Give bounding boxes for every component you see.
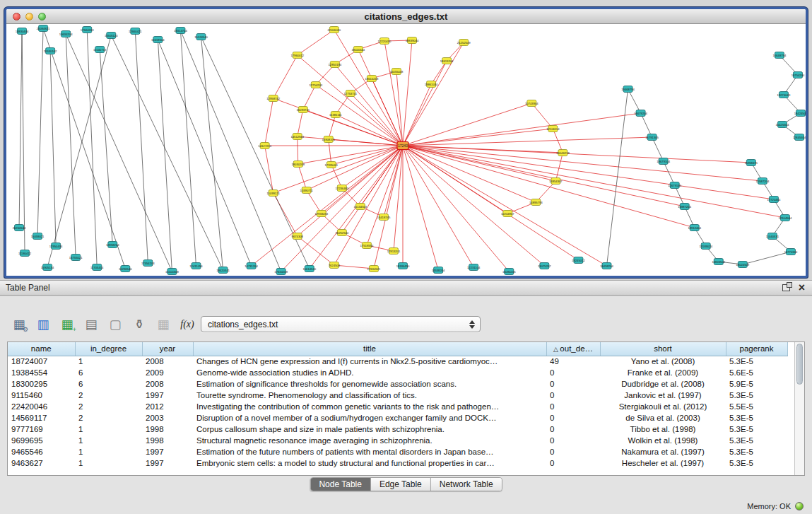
network-node[interactable]: 14830404 [16,28,29,35]
column-header-in_degree[interactable]: in_degree [75,342,142,356]
table-row[interactable]: 2242004622012Investigating the contribut… [8,401,787,412]
network-node[interactable]: 16418745 [377,214,391,221]
network-node[interactable]: 11381111 [329,112,342,118]
network-node[interactable]: 19274043 [777,92,791,98]
network-node[interactable]: 12958742 [266,95,280,102]
tab-network-table[interactable]: Network Table [431,478,502,491]
network-node[interactable]: 13189024 [699,243,712,250]
table-row[interactable]: 1830029562008Estimation of significance … [8,378,787,390]
network-node[interactable]: 15905134 [41,264,54,271]
table-row[interactable]: 911546021997Tourette syndrome. Phenomeno… [8,390,787,401]
network-node[interactable]: 15958471 [745,160,758,166]
network-node[interactable]: 22406020 [327,27,341,33]
column-header-short[interactable]: short [600,342,726,356]
network-node[interactable]: 18030208 [291,161,305,168]
network-node[interactable]: 16458204 [600,263,613,269]
network-node[interactable]: 12104504 [779,215,792,221]
network-node[interactable]: 14895793 [529,199,543,206]
network-node[interactable]: 18912404 [688,225,701,231]
network-node[interactable]: 17344203 [81,27,94,33]
delete-table-icon[interactable]: ⚱ [130,315,148,334]
network-node[interactable]: 18424503 [794,110,806,117]
network-node[interactable]: 12679145 [668,182,681,189]
network-node[interactable]: 17634208 [274,269,288,275]
row-options-icon[interactable]: ▤ [82,315,100,334]
network-node[interactable]: 12845304 [793,134,806,141]
network-node[interactable]: 18420644 [352,47,365,53]
network-node[interactable]: 15124540 [194,34,208,40]
network-node[interactable]: 12106114 [546,126,560,132]
network-node[interactable]: 19861034 [425,81,438,88]
network-node[interactable]: 10743904 [525,100,539,107]
network-node[interactable]: 7624504 [329,262,341,269]
network-node[interactable]: 17634521 [367,266,381,272]
column-settings-icon[interactable]: ▦⚙ [10,315,28,334]
column-header-name[interactable]: name [8,342,75,356]
network-node[interactable]: 17933453 [314,211,328,217]
network-node[interactable]: 18679104 [657,158,670,165]
column-header-pagerank[interactable]: pagerank [726,342,787,356]
network-graph[interactable]: 1724016055448186142181275374111381111159… [6,24,806,276]
import-table-icon[interactable]: ▦ [154,315,172,334]
network-node[interactable]: 11180412 [18,250,32,257]
network-node[interactable]: 18024509 [736,262,750,268]
network-node[interactable]: 17960012 [290,52,304,59]
network-node[interactable]: 12753741 [344,90,358,97]
network-node[interactable]: 13075207 [538,263,551,269]
network-node[interactable]: 15505124 [105,33,118,39]
table-selector-combo[interactable]: citations_edges.txt [201,316,481,332]
network-node[interactable]: 12853194 [328,62,341,68]
network-node[interactable]: 16648794 [773,52,787,59]
network-node[interactable]: 12411056 [189,263,203,269]
network-node[interactable]: 16791305 [645,134,659,141]
zoom-window-button[interactable] [38,13,46,21]
network-node[interactable]: 10587204 [756,178,770,185]
tab-edge-table[interactable]: Edge Table [371,478,431,491]
network-node[interactable]: 18839044 [406,37,419,44]
function-builder-icon[interactable]: f(x) [178,315,196,334]
network-node[interactable]: 14512944 [290,134,304,140]
network-node[interactable]: 17720454 [767,197,781,203]
network-canvas[interactable]: 1724016055448186142181275374111381111159… [6,24,806,276]
network-node[interactable]: 12950434 [49,243,63,250]
network-node[interactable]: 16987204 [678,204,691,210]
network-node[interactable]: 15184450 [396,263,410,269]
network-node[interactable]: 15908371 [322,136,335,143]
table-row[interactable]: 946554611997Estimation of the future num… [8,446,787,457]
new-table-icon[interactable]: ▢ [106,315,124,334]
network-node[interactable]: 20530102 [44,48,57,54]
network-node[interactable]: 21252549 [457,40,471,46]
network-node[interactable]: 14854307 [549,178,563,185]
network-node[interactable]: 16093741 [296,107,310,113]
network-node[interactable]: 11040713 [93,47,107,53]
network-node[interactable]: 14127210 [258,143,271,149]
float-panel-icon[interactable] [782,284,790,291]
network-node[interactable]: 11040531 [766,233,779,240]
table-row[interactable]: 1872400712008Changes of HCN gene express… [8,356,787,367]
network-node[interactable]: 19245012 [572,257,585,264]
network-node[interactable]: 15614520 [302,266,316,272]
column-header-title[interactable]: title [193,342,546,356]
network-node[interactable]: 12754203 [309,82,322,88]
network-node[interactable]: 14679204 [634,110,647,117]
network-node[interactable]: 10236540 [119,266,132,272]
network-node[interactable]: 18614218 [365,76,379,82]
network-node[interactable]: 15059021 [31,233,45,240]
network-node[interactable]: 17236463 [336,185,349,192]
network-node[interactable]: 16770344 [784,249,798,255]
scrollbar-thumb[interactable] [796,344,803,385]
table-row[interactable]: 1938455462009Genome-wide association stu… [8,367,787,378]
network-node[interactable]: 12913201 [387,248,401,255]
network-node[interactable]: 20094821 [37,25,50,32]
table-row[interactable]: 977716911998Corpus callosum shape and si… [8,424,787,435]
network-node[interactable]: 16252544 [336,230,349,236]
table-row[interactable]: 969969511998Structural magnetic resonanc… [8,435,787,446]
network-node[interactable]: 16084205 [502,269,516,275]
window-titlebar[interactable]: citations_edges.txt [6,9,806,24]
network-node[interactable]: 10390711 [300,187,314,194]
minimize-window-button[interactable] [25,13,33,21]
network-node[interactable]: 19468794 [621,86,635,93]
network-node[interactable]: 9674308 [292,233,304,240]
network-node[interactable]: 16425304 [776,122,789,128]
network-node[interactable]: 17554203 [141,260,155,267]
